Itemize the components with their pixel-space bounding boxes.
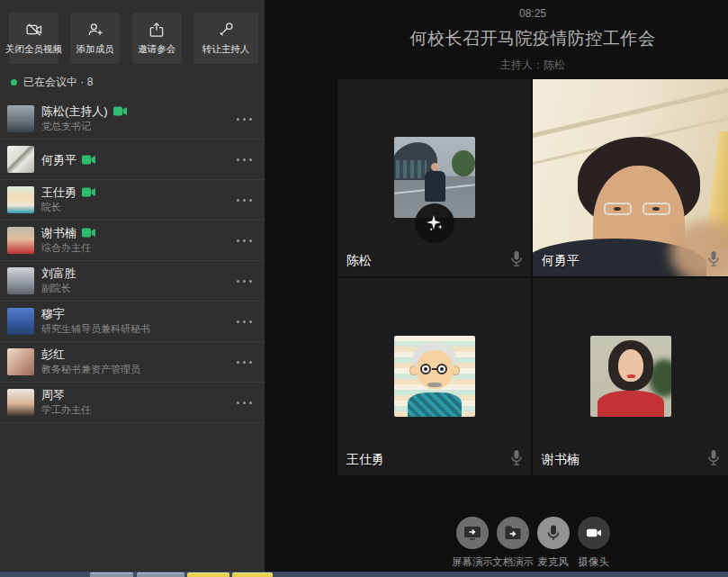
more-options-icon[interactable] xyxy=(236,359,254,365)
participant-title: 学工办主任 xyxy=(41,403,91,417)
transfer-host-icon xyxy=(217,21,235,39)
avatar xyxy=(7,146,34,173)
taskbar-item[interactable] xyxy=(90,572,133,577)
participant-row-wangshiyong[interactable]: 王仕勇 院长 xyxy=(0,180,265,221)
meeting-host: 主持人：陈松 xyxy=(337,58,728,73)
add-member-label: 添加成员 xyxy=(76,43,114,56)
screen-share-icon xyxy=(456,517,489,549)
avatar xyxy=(7,227,34,254)
tile-name-label: 陈松 xyxy=(346,253,372,269)
meeting-main-area: 08:25 何校长召开马院疫情防控工作会 主持人：陈松 陈松 xyxy=(265,0,728,572)
participant-name: 刘富胜 xyxy=(41,266,76,282)
avatar xyxy=(7,267,34,294)
participant-row-chensong[interactable]: 陈松(主持人) 党总支书记 xyxy=(0,99,265,140)
participants-sidebar: 关闭全员视频 添加成员 邀请参会 转让主持人 已在会议中 · 8 xyxy=(0,0,265,572)
add-member-button[interactable]: 添加成员 xyxy=(70,13,120,64)
participant-list: 陈松(主持人) 党总支书记 何勇平 王仕勇 院长 xyxy=(0,99,265,423)
microphone-icon xyxy=(537,517,570,549)
participant-name: 穆宇 xyxy=(41,306,65,322)
invite-label: 邀请参会 xyxy=(138,43,175,56)
participant-row-muyu[interactable]: 穆宇 研究生辅导员兼科研秘书 xyxy=(0,302,265,342)
avatar xyxy=(7,389,34,416)
participant-row-penghong[interactable]: 彭红 教务秘书兼资产管理员 xyxy=(0,342,265,383)
more-options-icon[interactable] xyxy=(236,197,254,203)
participant-row-xieshunan[interactable]: 谢书楠 综合办主任 xyxy=(0,221,265,261)
mic-status-icon xyxy=(510,250,523,271)
participant-name: 周琴 xyxy=(41,387,65,403)
camera-icon xyxy=(578,517,610,549)
taskbar-item[interactable] xyxy=(137,572,184,577)
doc-share-icon xyxy=(497,517,529,549)
doc-share-button[interactable]: 文档演示 xyxy=(492,517,533,569)
screen-share-label: 屏幕演示 xyxy=(452,555,492,569)
video-tile-chensong[interactable]: 陈松 xyxy=(337,79,531,276)
more-options-icon[interactable] xyxy=(236,278,254,284)
camera-on-icon xyxy=(113,104,127,120)
invite-button[interactable]: 邀请参会 xyxy=(132,13,182,64)
close-all-video-label: 关闭全员视频 xyxy=(5,43,62,56)
participant-title: 综合办主任 xyxy=(41,241,91,255)
windows-taskbar xyxy=(0,572,728,577)
tile-name-label: 谢书楠 xyxy=(542,452,580,468)
video-grid: 陈松 何勇平 xyxy=(337,79,728,475)
participant-title: 党总支书记 xyxy=(41,120,91,133)
invite-icon xyxy=(148,21,166,39)
participant-name: 彭红 xyxy=(41,347,65,363)
online-status-dot-icon xyxy=(11,79,17,86)
more-options-icon[interactable] xyxy=(236,157,254,162)
doc-share-label: 文档演示 xyxy=(492,555,533,569)
camera-on-icon xyxy=(82,185,95,201)
microphone-button[interactable]: 麦克风 xyxy=(533,517,573,569)
more-options-icon[interactable] xyxy=(236,400,254,405)
meeting-header: 08:25 何校长召开马院疫情防控工作会 主持人：陈松 xyxy=(337,7,728,73)
participant-row-zhouqin[interactable]: 周琴 学工办主任 xyxy=(0,383,265,423)
participant-title: 研究生辅导员兼科研秘书 xyxy=(41,322,150,336)
more-options-icon[interactable] xyxy=(236,238,254,243)
participant-title: 副院长 xyxy=(41,282,71,295)
meeting-controls: 屏幕演示 文档演示 麦克风 摄像头 xyxy=(337,517,728,569)
camera-off-icon xyxy=(25,21,43,39)
avatar xyxy=(7,308,34,335)
participant-title: 院长 xyxy=(41,201,61,214)
avatar-photo xyxy=(590,336,671,417)
participant-row-liufusheng[interactable]: 刘富胜 副院长 xyxy=(0,261,265,302)
participant-name: 谢书楠 xyxy=(41,225,76,241)
beauty-sparkle-icon xyxy=(415,203,454,243)
camera-on-icon xyxy=(82,152,95,168)
taskbar-item[interactable] xyxy=(232,572,273,577)
participant-name: 王仕勇 xyxy=(41,185,76,201)
avatar-photo xyxy=(394,336,475,417)
transfer-host-button[interactable]: 转让主持人 xyxy=(193,13,258,64)
avatar xyxy=(7,186,34,213)
transfer-host-label: 转让主持人 xyxy=(202,43,250,56)
meeting-toolbar: 关闭全员视频 添加成员 邀请参会 转让主持人 xyxy=(9,13,258,64)
mic-status-icon xyxy=(707,250,720,271)
camera-on-icon xyxy=(82,225,95,241)
camera-button[interactable]: 摄像头 xyxy=(573,517,614,569)
tile-name-label: 王仕勇 xyxy=(346,452,384,468)
avatar xyxy=(7,348,34,375)
mic-status-icon xyxy=(510,449,523,470)
meeting-status-label: 已在会议中 · 8 xyxy=(23,75,93,90)
meeting-status: 已在会议中 · 8 xyxy=(11,75,93,90)
meeting-title: 何校长召开马院疫情防控工作会 xyxy=(337,27,728,50)
taskbar-item[interactable] xyxy=(187,572,229,577)
more-options-icon[interactable] xyxy=(236,116,254,122)
microphone-label: 麦克风 xyxy=(533,555,573,569)
tile-name-label: 何勇平 xyxy=(542,253,580,269)
close-all-video-button[interactable]: 关闭全员视频 xyxy=(9,13,58,64)
video-tile-heyongping[interactable]: 何勇平 xyxy=(533,79,728,276)
camera-label: 摄像头 xyxy=(573,555,614,569)
participant-name: 何勇平 xyxy=(41,152,76,168)
avatar xyxy=(7,105,34,132)
video-tile-wangshiyong[interactable]: 王仕勇 xyxy=(337,278,531,475)
add-member-icon xyxy=(86,21,104,39)
video-tile-xieshunan[interactable]: 谢书楠 xyxy=(533,278,728,475)
participant-row-heyongping[interactable]: 何勇平 xyxy=(0,140,265,180)
meeting-time: 08:25 xyxy=(337,7,728,20)
screen-share-button[interactable]: 屏幕演示 xyxy=(452,517,492,569)
more-options-icon[interactable] xyxy=(236,319,254,324)
participant-title: 教务秘书兼资产管理员 xyxy=(41,363,140,376)
mic-status-icon xyxy=(707,449,720,470)
participant-name: 陈松(主持人) xyxy=(41,104,108,120)
